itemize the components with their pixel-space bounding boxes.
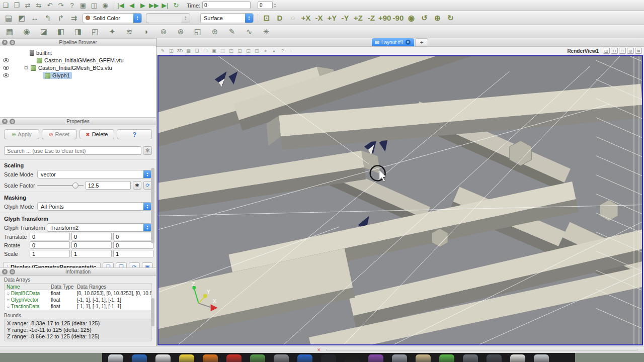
properties-scrollbar[interactable] (151, 168, 154, 243)
vector-x-input[interactable] (30, 233, 70, 240)
search-input[interactable] (4, 146, 141, 155)
dock-app-sphere[interactable] (487, 354, 502, 362)
tessellate-icon[interactable]: ✎ (226, 26, 238, 37)
previous-frame-icon[interactable]: ◀ (127, 1, 137, 10)
select-points-through-icon[interactable]: ◲ (245, 48, 252, 54)
set-view-plus-z-icon[interactable]: +Z (352, 13, 364, 24)
component-dropdown[interactable]: ▲▼ (146, 13, 190, 23)
hover-points-icon[interactable]: ? (279, 48, 286, 54)
edit-color-map-icon[interactable]: ◩ (16, 13, 28, 24)
clear-selection-icon[interactable]: · (287, 48, 295, 54)
dock-app-frame[interactable] (416, 354, 431, 362)
help-icon[interactable]: ? (67, 1, 77, 10)
reset-button[interactable]: ⊘Reset (42, 129, 77, 139)
glyph-mode-dropdown[interactable]: All Points ▲▼ (37, 202, 152, 211)
select-points-on-icon[interactable]: ◰ (227, 48, 235, 54)
rotate-camera-cw-icon[interactable]: ↺ (418, 13, 430, 24)
delete-button[interactable]: ✖Delete (79, 129, 115, 139)
visibility-eye-icon[interactable] (3, 58, 9, 62)
capture-view-icon[interactable]: ◎ (627, 48, 634, 54)
rescale-data-range-icon[interactable]: ↔ (29, 13, 41, 24)
vector-x-input[interactable] (30, 241, 70, 249)
dock-app-vtk[interactable] (463, 354, 478, 362)
close-panel-icon[interactable]: ✕ (2, 119, 8, 124)
abort-progress-icon[interactable]: ✕ (317, 347, 321, 352)
connect-server-icon[interactable]: ⇄ (23, 1, 33, 10)
apply-button[interactable]: ⊕Apply (4, 129, 39, 139)
auto-apply-icon[interactable]: ◉ (100, 1, 110, 10)
dock-app-blue-globe[interactable] (297, 354, 312, 362)
disconnect-server-icon[interactable]: ⇆ (34, 1, 44, 10)
undock-panel-icon[interactable]: ⊘ (10, 119, 15, 124)
extract-group-icon[interactable]: ⊛ (175, 26, 187, 37)
select-cells-on-icon[interactable]: ⬚ (219, 48, 226, 54)
frame-input[interactable] (258, 2, 273, 9)
expander-icon[interactable]: ⊞ (23, 65, 29, 70)
dock-app-starburst[interactable] (203, 354, 218, 362)
capture-icon[interactable]: ◫ (168, 48, 175, 54)
next-frame-icon[interactable]: ▶▶ (149, 1, 159, 10)
warp-by-vector-icon[interactable]: ◗ (140, 26, 152, 37)
open-recent-icon[interactable]: ❐ (12, 1, 22, 10)
contour-icon[interactable]: ◉ (21, 26, 33, 37)
dock-app-flame[interactable] (226, 354, 242, 362)
camera-adjust-icon[interactable]: ✎ (159, 48, 167, 54)
loop-icon[interactable]: ↻ (171, 1, 181, 10)
select-block-icon[interactable]: ◳ (253, 48, 261, 54)
undock-panel-icon[interactable]: ⊘ (10, 40, 15, 45)
dock-app-tools[interactable] (274, 354, 289, 362)
rescale-visible-icon[interactable]: ⇉ (68, 13, 80, 24)
render-scene[interactable]: Z Y X (158, 56, 642, 344)
slider-thumb[interactable] (72, 183, 78, 189)
help-button[interactable]: ? (117, 129, 152, 139)
new-layout-tab-button[interactable]: + (415, 38, 428, 46)
representation-dropdown[interactable]: Surface ▲▼ (200, 13, 254, 23)
pipeline-item-glyph1[interactable]: Glyph1 (0, 72, 156, 79)
pipeline-item-gfem-vtu[interactable]: Caston_InitialGMesh_GFEM.vtu (0, 57, 156, 64)
layout-tab[interactable]: Layout #1 ✕ (372, 38, 414, 46)
rotate-camera-center-icon[interactable]: ⊕ (431, 13, 443, 24)
extract-subset-icon[interactable]: ◰ (89, 26, 101, 37)
dock-app-notes[interactable] (179, 354, 194, 362)
glyph-transform-dropdown[interactable]: Transform2 ▲▼ (47, 223, 152, 232)
load-state-icon[interactable]: ▣ (78, 1, 88, 10)
visibility-eye-icon[interactable] (3, 73, 9, 77)
zoom-closest-icon[interactable]: ◌ (287, 13, 299, 24)
table-row[interactable]: TractionData float [-1, 1], [-1, 1], [-1… (5, 303, 151, 310)
pipeline-item-bcs-vtu[interactable]: ⊞ Caston_InitialGMesh_BCs.vtu (0, 64, 156, 71)
vector-y-input[interactable] (71, 241, 112, 249)
split-horizontal-icon[interactable]: ◫ (603, 48, 610, 54)
save-animation-icon[interactable]: ▣ (210, 48, 218, 54)
python-calculator-icon[interactable]: ◱ (192, 26, 204, 37)
reset-camera-icon[interactable]: ⊡ (261, 13, 273, 24)
set-view-minus-x-icon[interactable]: -X (313, 13, 325, 24)
calculator-icon[interactable]: ▦ (4, 26, 16, 37)
color-legend-icon[interactable]: ▤ (3, 13, 15, 24)
clip-icon[interactable]: ◪ (38, 26, 50, 37)
redo-icon[interactable]: ↷ (56, 1, 66, 10)
rescale-temporal-icon[interactable]: ↱ (55, 13, 67, 24)
close-panel-icon[interactable]: ✕ (2, 269, 8, 275)
save-screenshot-icon[interactable]: ◫ (89, 1, 99, 10)
set-view-minus-y-icon[interactable]: -Y (339, 13, 351, 24)
close-view-icon[interactable]: ⊗ (635, 48, 642, 54)
undock-panel-icon[interactable]: ⊘ (10, 269, 15, 275)
dock-app-eye[interactable] (321, 354, 336, 362)
center-rotation-icon[interactable]: ◉ (405, 13, 417, 24)
plot-over-line-icon[interactable]: ∿ (243, 26, 255, 37)
visibility-eye-icon[interactable] (3, 66, 9, 70)
probe-location-icon[interactable]: ✳ (260, 26, 272, 37)
table-row[interactable]: GlyphVector float [-1, 1], [-1, 1], [-1,… (5, 297, 151, 303)
scale-mode-dropdown[interactable]: vector ▲▼ (37, 170, 152, 178)
rotate-camera-ccw-icon[interactable]: ↻ (444, 13, 456, 24)
dock-app-finder[interactable] (108, 354, 123, 362)
pipeline-item-builtin[interactable]: builtin: (0, 49, 156, 56)
dock-app-mail[interactable] (155, 354, 171, 362)
reset-scale-icon[interactable]: ✱ (133, 181, 141, 190)
rotate-90-cw-icon[interactable]: +90 (378, 13, 391, 24)
scale-factor-slider[interactable] (37, 182, 84, 189)
frame-spinner[interactable]: ▲▼ (274, 3, 276, 8)
vector-y-input[interactable] (71, 250, 112, 257)
dock-app-bottle[interactable] (510, 354, 525, 362)
dock-app-cone[interactable] (368, 354, 383, 362)
